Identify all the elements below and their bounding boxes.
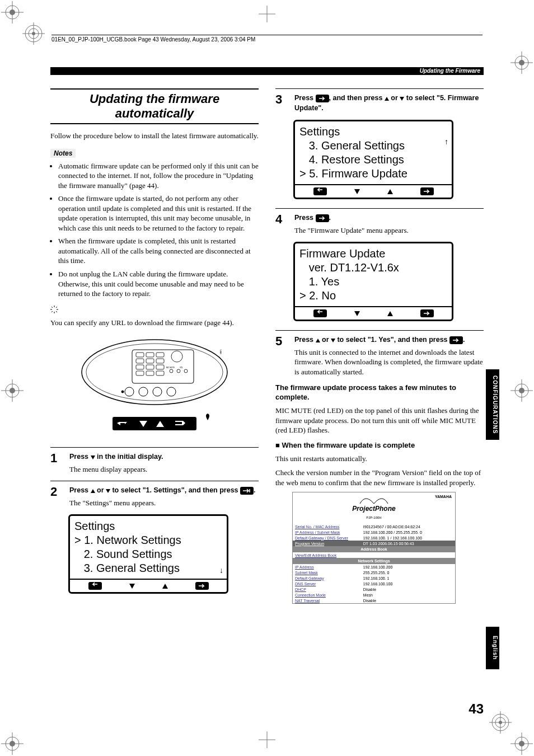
lcd-line: > 1. Network Settings [74,533,222,547]
enter-icon [240,487,254,495]
step-number: 1 [50,452,63,474]
side-tab-english: English [486,627,499,669]
svg-rect-56 [146,365,154,369]
page-number: 43 [469,701,484,717]
svg-rect-55 [136,365,144,369]
svg-text:VOL: VOL [180,367,183,369]
svg-rect-50 [146,353,154,357]
svg-rect-51 [156,353,164,357]
scroll-up-icon: ↑ [444,137,448,147]
svg-rect-83 [313,309,327,317]
down-icon [106,489,110,493]
crop-mark-icon [259,6,275,25]
product-logo: ProjectPhone [352,505,395,513]
svg-point-63 [177,369,180,373]
step-text: The "Settings" menu appears. [69,498,259,508]
network-settings-header: Network Settings [293,558,455,564]
svg-point-67 [125,387,134,396]
enter-icon [316,95,329,102]
svg-point-61 [171,351,182,362]
back-icon [313,309,327,317]
step-number: 5 [275,335,288,377]
lcd-line: 2. Sound Settings [74,547,222,561]
svg-rect-57 [156,365,164,369]
step-1: 1 Press in the initial display. The menu… [50,447,259,474]
program-version-row: Program VersionDT 1.03 2006.06.15 00:56:… [293,541,455,546]
back-icon [88,582,102,590]
svg-rect-59 [146,371,154,375]
complete-heading: When the firmware update is complete [275,441,484,450]
notes-list: Automatic firmware update can be perform… [50,161,259,299]
svg-rect-53 [146,359,154,363]
table-row: DNS Server192.168.100.100 [293,581,455,586]
svg-line-45 [51,311,53,312]
lcd-line: 1. Yes [299,275,447,289]
scroll-down-icon: ↓ [219,566,223,576]
address-book-header: Address Book [293,546,455,552]
enter-icon [195,582,209,590]
svg-line-44 [56,307,57,308]
svg-rect-60 [156,371,164,375]
svg-rect-48 [132,350,194,383]
lcd-screen-firmware-update: Firmware Update ver. DT1.12-V1.6x 1. Yes… [293,242,453,321]
note-item: Do not unplug the LAN cable during the f… [58,269,259,299]
table-row: Default Gateway192.168.100. 1 [293,575,455,581]
table-row: IP Address192.168.100.200 [293,564,455,570]
down-icon [354,311,360,316]
down-icon [91,456,95,459]
brand-label: YAMAHA [435,495,452,499]
up-icon [91,489,95,493]
svg-point-62 [170,369,173,373]
svg-rect-77 [88,582,102,590]
tip-text: You can specify any URL to download the … [50,318,259,328]
step-heading: Press , and then press or to select "5. … [294,93,484,113]
step-text: The menu display appears. [69,464,259,475]
table-row: View/Edit Address Book [293,552,455,558]
intro-text: Follow the procedure below to install th… [50,131,259,141]
svg-rect-54 [156,359,164,363]
step-5: 5 Press or to select "1. Yes", and then … [275,330,484,377]
lcd-screen-settings: Settings > 1. Network Settings 2. Sound … [68,514,228,594]
tip-icon [50,306,259,316]
note-item: When the firmware update is completed, t… [58,236,259,266]
registration-mark-icon [489,711,512,734]
notes-heading: Notes [50,149,76,158]
step-heading: Press or to select "1. Settings", and th… [69,486,259,496]
step-heading: Press in the initial display. [69,452,259,462]
print-header: 01EN_00_PJP-100H_UCGB.book Page 43 Wedne… [51,35,483,43]
svg-rect-52 [136,359,144,363]
table-row: IP Address / Subnet Mask192.168.100.200 … [293,529,455,535]
svg-rect-80 [313,187,327,195]
header-bar: Updating the Firmware [50,67,484,75]
step-heading: Press . [294,213,484,223]
note-item: Automatic firmware update can be perform… [58,161,259,191]
lcd-line: > 5. Firmware Update [299,167,447,181]
enter-icon [420,309,434,317]
section-title: Updating the firmware automatically [50,88,259,124]
registration-mark-icon [1,1,24,24]
model-label: PJP-100H [366,516,381,519]
svg-point-69 [153,387,162,396]
svg-rect-58 [136,371,144,375]
step-2: 2 Press or to select "1. Settings", and … [50,481,259,508]
registration-mark-icon [510,51,533,74]
enter-icon [449,336,463,344]
table-row: Default Gateway / DNS Server192.168.100.… [293,535,455,541]
svg-text:LAN: LAN [219,350,222,354]
svg-rect-49 [136,353,144,357]
device-top-illustration: MIC MUTE VOL [79,333,230,434]
svg-point-68 [139,387,148,396]
lcd-line: 3. General Settings [74,561,222,575]
up-icon [162,584,168,589]
lcd-line: 4. Restore Settings [299,153,447,167]
registration-mark-icon [22,22,45,45]
step-number: 4 [275,213,288,235]
svg-point-64 [184,369,188,373]
up-icon [316,339,320,342]
complete-p1: This unit restarts automatically. [275,454,484,464]
table-row: NAT TraversalDisable [293,598,455,603]
registration-mark-icon [1,732,24,755]
table-row: Subnet Mask255.255.255. 0 [293,570,455,575]
registration-mark-icon [510,379,533,402]
lcd-screen-firmware-select: Settings 3. General Settings 4. Restore … [293,120,453,199]
